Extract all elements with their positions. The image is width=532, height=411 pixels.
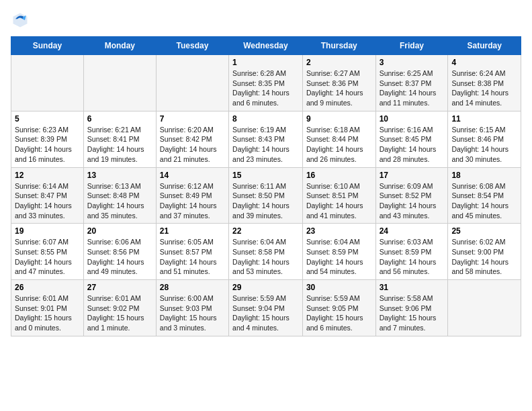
calendar-week-2: 5Sunrise: 6:23 AM Sunset: 8:39 PM Daylig…: [11, 111, 521, 167]
day-info: Sunrise: 6:12 AM Sunset: 8:49 PM Dayligh…: [160, 181, 225, 221]
day-info: Sunrise: 5:59 AM Sunset: 9:04 PM Dayligh…: [232, 293, 299, 333]
day-number: 12: [15, 171, 80, 180]
day-info: Sunrise: 6:24 AM Sunset: 8:38 PM Dayligh…: [451, 68, 517, 108]
day-number: 9: [306, 114, 372, 124]
day-number: 30: [306, 283, 372, 292]
day-info: Sunrise: 6:03 AM Sunset: 8:59 PM Dayligh…: [380, 237, 445, 277]
calendar-cell: [156, 55, 228, 111]
day-info: Sunrise: 5:59 AM Sunset: 9:05 PM Dayligh…: [306, 293, 372, 333]
calendar-cell: [83, 55, 156, 111]
header-day-wednesday: Wednesday: [229, 37, 303, 55]
day-number: 17: [380, 171, 445, 180]
day-info: Sunrise: 6:05 AM Sunset: 8:57 PM Dayligh…: [160, 237, 225, 277]
calendar-cell: 4Sunrise: 6:24 AM Sunset: 8:38 PM Daylig…: [448, 55, 521, 111]
calendar-cell: 17Sunrise: 6:09 AM Sunset: 8:52 PM Dayli…: [375, 167, 448, 224]
day-number: 24: [380, 226, 445, 236]
calendar-week-4: 19Sunrise: 6:07 AM Sunset: 8:55 PM Dayli…: [11, 224, 521, 280]
day-number: 8: [232, 114, 299, 124]
page-header: [11, 11, 521, 30]
calendar-cell: 23Sunrise: 6:04 AM Sunset: 8:59 PM Dayli…: [302, 224, 375, 280]
calendar-cell: 21Sunrise: 6:05 AM Sunset: 8:57 PM Dayli…: [156, 224, 228, 280]
calendar-cell: 1Sunrise: 6:28 AM Sunset: 8:35 PM Daylig…: [229, 55, 303, 111]
general-blue-logo-icon: [11, 11, 30, 30]
day-number: 21: [160, 226, 225, 236]
day-info: Sunrise: 6:28 AM Sunset: 8:35 PM Dayligh…: [232, 68, 299, 108]
day-number: 5: [15, 114, 80, 124]
calendar-week-3: 12Sunrise: 6:14 AM Sunset: 8:47 PM Dayli…: [11, 167, 521, 224]
day-number: 29: [232, 283, 299, 292]
day-number: 15: [232, 171, 299, 180]
calendar-body: 1Sunrise: 6:28 AM Sunset: 8:35 PM Daylig…: [11, 55, 521, 336]
day-info: Sunrise: 6:25 AM Sunset: 8:37 PM Dayligh…: [380, 68, 445, 108]
calendar-cell: 29Sunrise: 5:59 AM Sunset: 9:04 PM Dayli…: [229, 280, 303, 336]
day-info: Sunrise: 6:27 AM Sunset: 8:36 PM Dayligh…: [306, 68, 372, 108]
calendar-cell: 10Sunrise: 6:16 AM Sunset: 8:45 PM Dayli…: [375, 111, 448, 167]
day-number: 11: [451, 114, 517, 124]
day-number: 14: [160, 171, 225, 180]
day-info: Sunrise: 6:04 AM Sunset: 8:59 PM Dayligh…: [306, 237, 372, 277]
header-day-tuesday: Tuesday: [156, 37, 228, 55]
day-info: Sunrise: 6:13 AM Sunset: 8:48 PM Dayligh…: [87, 181, 152, 221]
calendar-cell: 30Sunrise: 5:59 AM Sunset: 9:05 PM Dayli…: [302, 280, 375, 336]
calendar-cell: 11Sunrise: 6:15 AM Sunset: 8:46 PM Dayli…: [448, 111, 521, 167]
day-number: 6: [87, 114, 152, 124]
svg-marker-0: [13, 13, 28, 28]
day-number: 19: [15, 226, 80, 236]
calendar-cell: 9Sunrise: 6:18 AM Sunset: 8:44 PM Daylig…: [302, 111, 375, 167]
calendar-cell: 19Sunrise: 6:07 AM Sunset: 8:55 PM Dayli…: [11, 224, 84, 280]
day-info: Sunrise: 6:21 AM Sunset: 8:41 PM Dayligh…: [87, 125, 152, 165]
day-info: Sunrise: 6:20 AM Sunset: 8:42 PM Dayligh…: [160, 125, 225, 165]
day-info: Sunrise: 6:23 AM Sunset: 8:39 PM Dayligh…: [15, 125, 80, 165]
day-number: 31: [380, 283, 445, 292]
calendar-cell: 18Sunrise: 6:08 AM Sunset: 8:54 PM Dayli…: [448, 167, 521, 224]
day-number: 7: [160, 114, 225, 124]
day-number: 28: [160, 283, 225, 292]
calendar-cell: 28Sunrise: 6:00 AM Sunset: 9:03 PM Dayli…: [156, 280, 228, 336]
day-info: Sunrise: 6:02 AM Sunset: 9:00 PM Dayligh…: [451, 237, 517, 277]
day-number: 26: [15, 283, 80, 292]
day-info: Sunrise: 6:07 AM Sunset: 8:55 PM Dayligh…: [15, 237, 80, 277]
calendar-cell: 20Sunrise: 6:06 AM Sunset: 8:56 PM Dayli…: [83, 224, 156, 280]
header-day-sunday: Sunday: [11, 37, 84, 55]
day-info: Sunrise: 6:06 AM Sunset: 8:56 PM Dayligh…: [87, 237, 152, 277]
calendar-cell: 22Sunrise: 6:04 AM Sunset: 8:58 PM Dayli…: [229, 224, 303, 280]
calendar-cell: 15Sunrise: 6:11 AM Sunset: 8:50 PM Dayli…: [229, 167, 303, 224]
calendar-cell: 3Sunrise: 6:25 AM Sunset: 8:37 PM Daylig…: [375, 55, 448, 111]
calendar-header: SundayMondayTuesdayWednesdayThursdayFrid…: [11, 37, 521, 55]
day-info: Sunrise: 6:04 AM Sunset: 8:58 PM Dayligh…: [232, 237, 299, 277]
calendar-cell: [11, 55, 84, 111]
day-number: 25: [451, 226, 517, 236]
day-info: Sunrise: 6:18 AM Sunset: 8:44 PM Dayligh…: [306, 125, 372, 165]
calendar-week-1: 1Sunrise: 6:28 AM Sunset: 8:35 PM Daylig…: [11, 55, 521, 111]
calendar-cell: 26Sunrise: 6:01 AM Sunset: 9:01 PM Dayli…: [11, 280, 84, 336]
day-info: Sunrise: 6:09 AM Sunset: 8:52 PM Dayligh…: [380, 181, 445, 221]
day-number: 4: [451, 58, 517, 67]
day-info: Sunrise: 6:08 AM Sunset: 8:54 PM Dayligh…: [451, 181, 517, 221]
day-info: Sunrise: 6:01 AM Sunset: 9:01 PM Dayligh…: [15, 293, 80, 333]
day-info: Sunrise: 6:19 AM Sunset: 8:43 PM Dayligh…: [232, 125, 299, 165]
day-number: 1: [232, 58, 299, 67]
calendar-cell: 12Sunrise: 6:14 AM Sunset: 8:47 PM Dayli…: [11, 167, 84, 224]
day-info: Sunrise: 6:11 AM Sunset: 8:50 PM Dayligh…: [232, 181, 299, 221]
calendar-cell: 5Sunrise: 6:23 AM Sunset: 8:39 PM Daylig…: [11, 111, 84, 167]
day-number: 2: [306, 58, 372, 67]
header-day-saturday: Saturday: [448, 37, 521, 55]
header-row: SundayMondayTuesdayWednesdayThursdayFrid…: [11, 37, 521, 55]
calendar-table: SundayMondayTuesdayWednesdayThursdayFrid…: [11, 36, 521, 336]
calendar-cell: 8Sunrise: 6:19 AM Sunset: 8:43 PM Daylig…: [229, 111, 303, 167]
day-info: Sunrise: 6:01 AM Sunset: 9:02 PM Dayligh…: [87, 293, 152, 333]
calendar-cell: 25Sunrise: 6:02 AM Sunset: 9:00 PM Dayli…: [448, 224, 521, 280]
day-info: Sunrise: 6:15 AM Sunset: 8:46 PM Dayligh…: [451, 125, 517, 165]
calendar-cell: 31Sunrise: 5:58 AM Sunset: 9:06 PM Dayli…: [375, 280, 448, 336]
header-day-thursday: Thursday: [302, 37, 375, 55]
day-number: 18: [451, 171, 517, 180]
day-info: Sunrise: 6:16 AM Sunset: 8:45 PM Dayligh…: [380, 125, 445, 165]
day-number: 10: [380, 114, 445, 124]
calendar-week-5: 26Sunrise: 6:01 AM Sunset: 9:01 PM Dayli…: [11, 280, 521, 336]
logo: [11, 11, 32, 30]
calendar-cell: 7Sunrise: 6:20 AM Sunset: 8:42 PM Daylig…: [156, 111, 228, 167]
day-info: Sunrise: 6:00 AM Sunset: 9:03 PM Dayligh…: [160, 293, 225, 333]
calendar-cell: 6Sunrise: 6:21 AM Sunset: 8:41 PM Daylig…: [83, 111, 156, 167]
day-number: 20: [87, 226, 152, 236]
calendar-cell: [448, 280, 521, 336]
